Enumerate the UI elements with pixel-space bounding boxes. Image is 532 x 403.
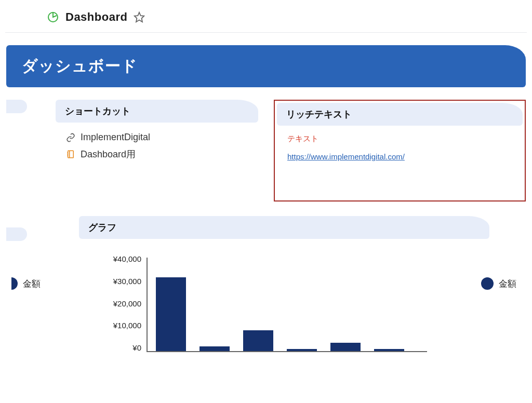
chart-bar bbox=[243, 330, 273, 351]
notebook-icon bbox=[66, 150, 75, 159]
y-axis-ticks: ¥40,000 ¥30,000 ¥20,000 ¥10,000 ¥0 bbox=[105, 254, 141, 352]
shortcuts-header: ショートカット bbox=[56, 100, 258, 123]
favorite-star-icon[interactable] bbox=[134, 11, 145, 23]
graph-section: グラフ ¥40,000 ¥30,000 ¥20,000 ¥10,000 ¥0 bbox=[6, 216, 526, 358]
richtext-header: リッチテキスト bbox=[277, 103, 523, 126]
richtext-panel: リッチテキスト テキスト https://www.implementdigita… bbox=[274, 100, 526, 202]
dashboard-banner: ダッシュボード bbox=[6, 45, 526, 87]
topbar: Dashboard bbox=[5, 0, 527, 33]
shortcut-item-dashboard[interactable]: Dashboard用 bbox=[66, 148, 248, 160]
chart-bar bbox=[156, 277, 186, 351]
dashboard-icon bbox=[47, 11, 59, 23]
chart-bar bbox=[374, 349, 404, 351]
shortcut-panel: ショートカット ImplementDigital Dashboard用 bbox=[56, 100, 258, 202]
bar-plot bbox=[147, 258, 427, 352]
shortcut-list: ImplementDigital Dashboard用 bbox=[56, 127, 258, 166]
shortcut-item-implementdigital[interactable]: ImplementDigital bbox=[66, 132, 248, 143]
y-tick: ¥20,000 bbox=[105, 299, 141, 308]
richtext-link[interactable]: https://www.implementdigital.com/ bbox=[287, 152, 405, 161]
page-title: Dashboard bbox=[65, 10, 127, 24]
sidebar-stub bbox=[6, 100, 27, 113]
chart-bar bbox=[200, 346, 230, 351]
graph-header: グラフ bbox=[79, 216, 489, 239]
chart-bar bbox=[330, 343, 361, 351]
richtext-highlight-box: リッチテキスト テキスト https://www.implementdigita… bbox=[274, 100, 526, 202]
richtext-body: テキスト https://www.implementdigital.com/ bbox=[277, 126, 523, 169]
y-tick: ¥10,000 bbox=[105, 321, 141, 330]
y-tick: ¥30,000 bbox=[105, 277, 141, 286]
shortcut-label: ImplementDigital bbox=[81, 132, 150, 143]
chart-area: ¥40,000 ¥30,000 ¥20,000 ¥10,000 ¥0 bbox=[105, 254, 427, 358]
content-area: ショートカット ImplementDigital Dashboard用 bbox=[6, 100, 526, 202]
shortcut-label: Dashboard用 bbox=[81, 148, 136, 160]
svg-rect-2 bbox=[68, 151, 74, 158]
y-tick: ¥0 bbox=[105, 343, 141, 352]
y-tick: ¥40,000 bbox=[105, 254, 141, 263]
richtext-text-label: テキスト bbox=[287, 134, 512, 144]
link-icon bbox=[66, 133, 75, 142]
svg-marker-1 bbox=[135, 12, 144, 22]
chart-bar bbox=[287, 349, 317, 351]
